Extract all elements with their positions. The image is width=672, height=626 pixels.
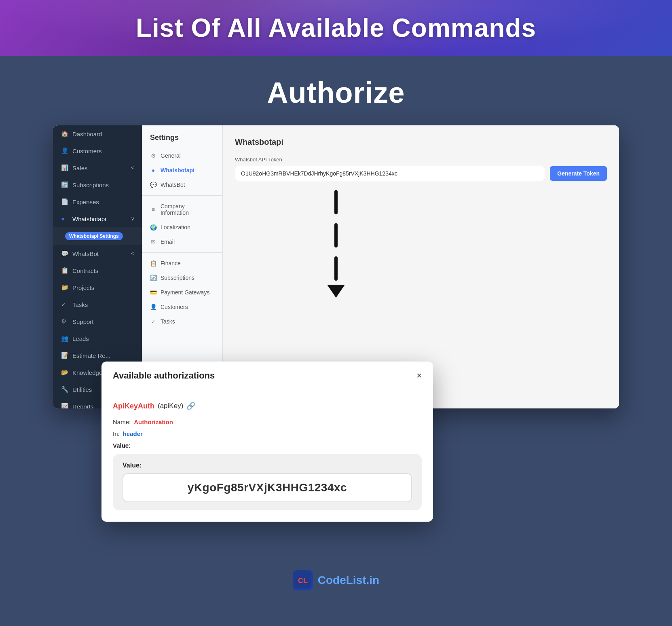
value-box: Value: yKgoFg85rVXjK3HHG1234xc [113, 454, 422, 510]
generate-token-button[interactable]: Generate Token [550, 166, 607, 181]
link-icon[interactable]: 🔗 [186, 402, 195, 410]
settings-item-payment-gateways[interactable]: 💳 Payment Gateways [142, 285, 222, 300]
settings-item-whatsbot[interactable]: 💬 WhatsBot [142, 178, 222, 192]
contracts-icon: 📋 [61, 267, 68, 274]
settings-item-email[interactable]: ✉ Email [142, 235, 222, 249]
sidebar-item-leads[interactable]: 👥 Leads [53, 330, 142, 347]
token-label: Whatsbot API Token [235, 156, 607, 163]
name-field-label: Name: [113, 419, 131, 425]
customers-icon: 👤 [61, 147, 68, 154]
sidebar-item-dashboard[interactable]: 🏠 Dashboard [53, 125, 142, 142]
settings-item-localization[interactable]: 🌍 Localization [142, 220, 222, 235]
sidebar-item-label: Expenses [72, 199, 99, 205]
sidebar-item-label: Estimate Re... [72, 352, 110, 359]
customers-settings-icon: 👤 [150, 304, 156, 310]
subscriptions-icon: 🔄 [61, 181, 68, 188]
footer-logo: CL CodeList.in [293, 570, 379, 590]
sidebar-item-sales[interactable]: 📊 Sales < [53, 159, 142, 176]
subscriptions-icon2: 🔄 [150, 275, 156, 281]
token-section: Whatsbot API Token Generate Token [235, 156, 607, 181]
modal-body: ApiKeyAuth (apiKey) 🔗 Name: Authorizatio… [101, 390, 433, 522]
sidebar-item-subscriptions[interactable]: 🔄 Subscriptions [53, 176, 142, 193]
whatsbot-icon: 💬 [61, 250, 68, 257]
sales-arrow: < [131, 165, 134, 171]
sidebar-item-label: Tasks [72, 301, 88, 308]
modal-header: Available authorizations × [101, 362, 433, 390]
main-content: 🏠 Dashboard 👤 Customers 📊 Sales < 🔄 Subs… [53, 125, 619, 408]
name-field-value: Authorization [134, 419, 173, 425]
footer-brand-domain: .in [366, 574, 380, 586]
main-panel-title: Whatsbotapi [235, 137, 607, 147]
whatsbot-settings-icon: 💬 [150, 182, 156, 188]
codelist-logo-svg: CL [295, 572, 311, 588]
sidebar-submenu-whatsbotapi: Whatsbotapi Settings [53, 227, 142, 245]
token-row: Generate Token [235, 166, 607, 181]
settings-item-label: WhatsBot [161, 182, 185, 188]
divider-2 [142, 252, 222, 253]
settings-item-label: Subscriptions [161, 275, 194, 281]
utilities-icon: 🔧 [61, 386, 68, 393]
tasks-settings-icon: ✓ [150, 318, 156, 325]
value-box-inner: yKgoFg85rVXjK3HHG1234xc [123, 473, 412, 502]
whatsbot-arrow: < [131, 251, 134, 256]
settings-item-label: Whatsbotapi [161, 167, 194, 173]
expenses-icon: 📄 [61, 198, 68, 205]
footer: CL CodeList.in [293, 570, 379, 607]
settings-item-subscriptions[interactable]: 🔄 Subscriptions [142, 271, 222, 285]
knowledge-icon: 📂 [61, 369, 68, 376]
in-field-row: In: header [113, 430, 422, 437]
sidebar-item-tasks[interactable]: ✓ Tasks [53, 296, 142, 313]
modal-title: Available authorizations [113, 370, 215, 381]
api-value-text: yKgoFg85rVXjK3HHG1234xc [133, 481, 402, 494]
projects-icon: 📁 [61, 284, 68, 291]
settings-item-company-info[interactable]: ≡ Company Information [142, 199, 222, 220]
estimate-icon: 📝 [61, 352, 68, 359]
email-icon: ✉ [150, 239, 156, 245]
settings-item-customers[interactable]: 👤 Customers [142, 300, 222, 314]
in-field-value: header [123, 430, 143, 437]
svg-text:CL: CL [298, 577, 308, 585]
value-box-label: Value: [123, 462, 412, 469]
settings-item-label: Finance [161, 260, 181, 266]
whatsbotapi-settings-icon: ● [150, 167, 156, 173]
divider-1 [142, 195, 222, 196]
banner: List Of All Available Commands [0, 0, 672, 56]
localization-icon: 🌍 [150, 224, 156, 231]
sidebar-item-whatsbotapi-settings[interactable]: Whatsbotapi Settings [53, 227, 142, 245]
sidebar-item-contracts[interactable]: 📋 Contracts [53, 262, 142, 279]
sales-icon: 📊 [61, 164, 68, 171]
finance-icon: 📋 [150, 260, 156, 266]
api-key-row: ApiKeyAuth (apiKey) 🔗 [113, 402, 422, 410]
sidebar-item-label: Subscriptions [72, 182, 109, 188]
sidebar-item-label: Sales [72, 165, 88, 171]
sidebar-item-projects[interactable]: 📁 Projects [53, 279, 142, 296]
sidebar-item-label: Dashboard [72, 131, 102, 137]
sidebar-item-support[interactable]: ⚙ Support [53, 313, 142, 330]
auth-modal: Available authorizations × ApiKeyAuth (a… [101, 362, 433, 522]
sidebar-item-label: Projects [72, 284, 94, 291]
footer-brand-text: CodeList.in [318, 574, 379, 587]
value-outer-label: Value: [113, 442, 422, 449]
sidebar-item-label: Support [72, 318, 94, 325]
dashboard-icon: 🏠 [61, 130, 68, 137]
settings-item-label: Localization [161, 224, 190, 231]
settings-item-whatsbotapi[interactable]: ● Whatsbotapi [142, 163, 222, 178]
whatsbotapi-settings-badge: Whatsbotapi Settings [65, 232, 123, 240]
sidebar-item-customers[interactable]: 👤 Customers [53, 142, 142, 159]
settings-item-general[interactable]: ⚙ General [142, 148, 222, 163]
banner-title: List Of All Available Commands [24, 13, 648, 43]
settings-item-tasks2[interactable]: ✓ Tasks [142, 314, 222, 329]
settings-item-label: Customers [161, 304, 188, 310]
modal-close-button[interactable]: × [416, 371, 422, 380]
whatsbotapi-arrow: v [131, 216, 134, 222]
sidebar-item-whatsbotapi[interactable]: ● Whatsbotapi v [53, 210, 142, 227]
settings-item-label: Email [161, 239, 175, 245]
sidebar-item-label: Leads [72, 335, 89, 342]
sidebar-item-expenses[interactable]: 📄 Expenses [53, 193, 142, 210]
sidebar-item-whatsbot[interactable]: 💬 WhatsBot < [53, 245, 142, 262]
settings-panel-title: Settings [142, 133, 222, 148]
footer-brand-code: Code [318, 574, 346, 586]
settings-item-finance[interactable]: 📋 Finance [142, 256, 222, 271]
sidebar-item-label: Contracts [72, 267, 98, 274]
token-input[interactable] [235, 166, 545, 181]
